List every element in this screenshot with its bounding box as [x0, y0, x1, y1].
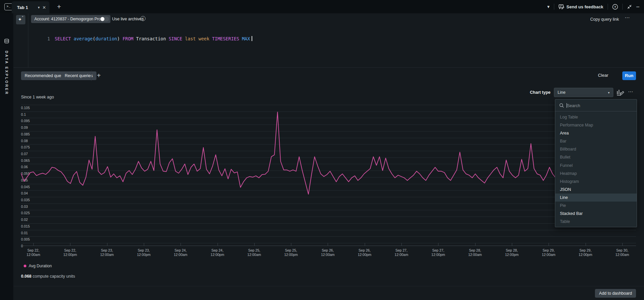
x-tick-mark	[438, 243, 438, 246]
help-icon[interactable]: ?	[612, 4, 618, 10]
legend-item-avg-duration[interactable]: Avg Duration	[24, 264, 52, 268]
x-tick-mark	[107, 243, 107, 246]
query-token	[71, 36, 74, 41]
menu-item-billboard: Billboard	[555, 145, 637, 153]
x-tick-label: Sep 22, 12:00pm	[63, 248, 77, 257]
data-explorer-app: >_ Tab 1 ▾ ✕ + ▾ Send us feedback	[0, 0, 644, 300]
x-tick-mark	[549, 243, 549, 246]
divider	[13, 286, 644, 286]
tab-1[interactable]: Tab 1 ▾ ✕	[12, 1, 49, 13]
query-token	[182, 36, 185, 41]
minimize-icon[interactable]: –	[636, 4, 639, 10]
x-tick-mark	[365, 243, 365, 246]
data-explorer-rail-label: DATA EXPLORER	[5, 51, 9, 95]
query-more-icon[interactable]: ⋯	[625, 15, 630, 21]
chevron-down-icon: ▾	[608, 91, 610, 94]
collapse-window-icon[interactable]	[627, 4, 632, 9]
line-number: 1	[47, 36, 50, 41]
query-token	[133, 36, 136, 41]
legend-dot	[24, 265, 26, 267]
query-token: SINCE	[169, 36, 182, 41]
tab-chevron-down-icon[interactable]: ▾	[38, 5, 40, 10]
query-text: SELECT average(duration) FROM Transactio…	[55, 36, 250, 41]
search-placeholder: Search	[567, 103, 580, 108]
query-token	[120, 36, 122, 41]
recent-queries-label: Recent queries	[65, 73, 93, 78]
x-tick-label: Sep 23, 12:00pm	[137, 248, 150, 257]
menu-item-histogram: Histogram	[555, 178, 637, 186]
x-tick-mark	[622, 243, 623, 246]
edit-chart-icon[interactable]	[616, 88, 625, 96]
x-axis-line	[21, 246, 636, 246]
chart-type-options: Log TablePerformance MapAreaBarBillboard…	[555, 111, 637, 227]
capacity-units-label: compute capacity units	[31, 274, 75, 279]
database-icon	[4, 39, 9, 44]
main-content: ✦+ Account: 4120837 - Demogorgon Prod ▾ …	[13, 13, 644, 300]
menu-item-stacked-bar[interactable]: Stacked Bar	[555, 210, 637, 218]
query-editor[interactable]: 1SELECT average(duration) FROM Transacti…	[31, 31, 252, 47]
menu-item-log-table: Log Table	[555, 113, 637, 121]
live-archives-label: Use live archives	[112, 17, 143, 21]
query-token: Transaction	[136, 36, 166, 41]
menu-item-line[interactable]: Line	[555, 194, 637, 202]
divider	[622, 4, 623, 10]
query-token: (	[93, 36, 95, 41]
search-icon	[559, 103, 564, 108]
menu-item-pie: Pie	[555, 202, 637, 210]
query-token	[239, 36, 242, 41]
query-token: duration	[95, 36, 117, 41]
x-tick-label: Sep 25, 12:00pm	[284, 248, 298, 257]
menu-item-json[interactable]: JSON	[555, 186, 637, 194]
query-token: SELECT	[55, 36, 71, 41]
query-actions-row: Recommended queries ▾ Recent queries + C…	[13, 68, 644, 84]
grid-line	[21, 243, 636, 243]
chart-type-select[interactable]: Line ▾	[554, 88, 613, 97]
clear-button[interactable]: Clear	[598, 73, 608, 78]
tab-close-icon[interactable]: ✕	[42, 5, 46, 10]
live-archives-toggle[interactable]	[100, 17, 109, 21]
send-feedback-label: Send us feedback	[567, 4, 604, 9]
menu-item-area[interactable]: Area	[555, 129, 637, 137]
x-tick-mark	[144, 243, 144, 246]
window-chevron-down-icon[interactable]: ▾	[548, 4, 550, 9]
new-tab-button[interactable]: +	[54, 2, 64, 11]
add-query-button[interactable]: +	[94, 71, 103, 80]
account-selector[interactable]: Account: 4120837 - Demogorgon Prod ▾	[31, 15, 110, 23]
copy-query-link[interactable]: Copy query link	[590, 17, 619, 22]
chart-type-label: Chart type	[530, 90, 551, 95]
legend-label: Avg Duration	[29, 264, 52, 268]
text-caret	[252, 36, 252, 41]
chart-more-icon[interactable]: ⋯	[628, 89, 634, 95]
x-tick-label: Sep 28, 12:00pm	[505, 248, 519, 257]
chart-type-search[interactable]: Search	[555, 99, 637, 111]
x-tick-label: Sep 24, 12:00pm	[211, 248, 224, 257]
send-feedback-button[interactable]: Send us feedback	[559, 4, 604, 9]
query-token: )	[117, 36, 120, 41]
x-tick-label: Sep 25, 12:00am	[247, 248, 261, 257]
y-tick-label: 0	[21, 244, 23, 248]
svg-text:?: ?	[614, 5, 616, 9]
chart-type-menu: Search Log TablePerformance MapAreaBarBi…	[555, 99, 637, 227]
add-to-dashboard-button[interactable]: Add to dashboard	[595, 289, 636, 298]
divider	[91, 70, 91, 81]
query-token: MAX	[242, 36, 250, 41]
x-tick-mark	[254, 243, 255, 246]
menu-item-bullet: Bullet	[555, 153, 637, 161]
x-tick-label: Sep 26, 12:00am	[321, 248, 335, 257]
x-tick-label: Sep 29, 12:00am	[542, 248, 556, 257]
divider	[28, 13, 28, 67]
x-tick-label: Sep 29, 12:00pm	[579, 248, 592, 257]
menu-item-funnel: Funnel	[555, 162, 637, 170]
x-tick-mark	[475, 243, 475, 246]
divider	[554, 4, 554, 10]
query-token: average	[74, 36, 93, 41]
menu-item-bar: Bar	[555, 137, 637, 145]
chart-type-value: Line	[558, 90, 608, 95]
info-icon[interactable]: i	[140, 16, 145, 21]
x-tick-mark	[328, 243, 328, 246]
ai-sparkle-button[interactable]: ✦+	[16, 15, 25, 24]
x-tick-mark	[401, 243, 402, 246]
line-series	[21, 105, 636, 243]
tab-label: Tab 1	[17, 5, 35, 10]
run-button[interactable]: Run	[622, 71, 636, 80]
